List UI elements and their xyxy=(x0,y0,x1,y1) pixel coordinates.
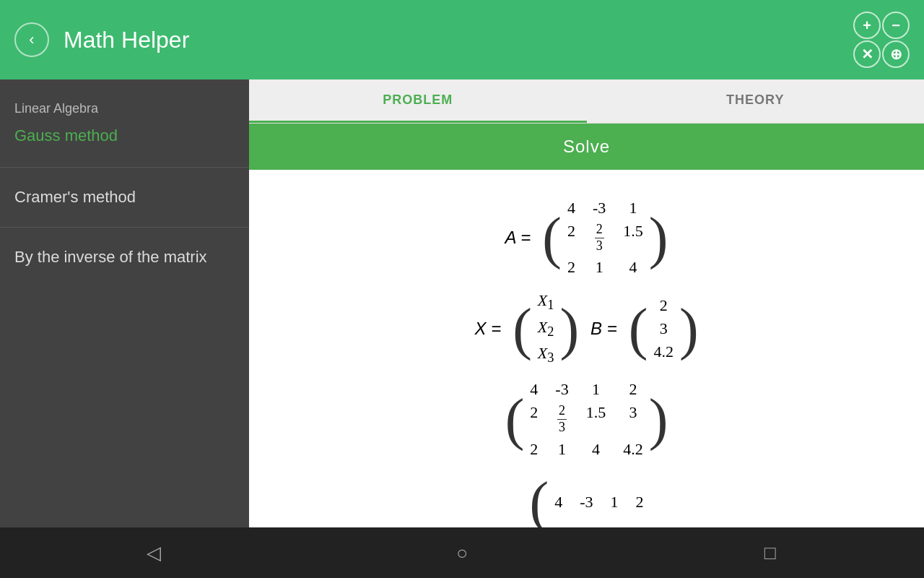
vector-b-bracket-right: ) xyxy=(679,300,699,358)
cell-x1: X1 xyxy=(538,291,554,313)
cell-x3: X3 xyxy=(538,344,554,366)
cell-a33: 4 xyxy=(623,258,643,277)
aug-a21: 2 xyxy=(530,403,538,435)
aug-a24: 3 xyxy=(623,403,643,435)
cell-a32: 1 xyxy=(593,258,606,277)
matrix-a-block: A = ( 4 -3 1 2 23 1.5 2 1 4 ) xyxy=(278,199,895,277)
sidebar-divider-2 xyxy=(0,227,249,228)
next-a12: -3 xyxy=(580,493,593,512)
cell-a13: 1 xyxy=(623,199,643,217)
content-area: PROBLEM THEORY Solve A = ( 4 -3 1 2 23 xyxy=(249,79,924,527)
aug-bracket-right: ) xyxy=(649,390,668,448)
matrix-a-label: A = xyxy=(505,228,531,248)
vector-x-grid: X1 X2 X3 xyxy=(538,291,554,366)
vectors-xb-block: X = ( X1 X2 X3 ) B = ( 2 3 4.2 xyxy=(278,291,895,366)
sidebar: Linear Algebra Gauss method Cramer's met… xyxy=(0,79,249,527)
cell-a11: 4 xyxy=(567,199,575,217)
matrix-a-bracket-left: ( xyxy=(542,209,562,267)
cell-a12: -3 xyxy=(593,199,606,217)
aug-bracket-left: ( xyxy=(505,390,525,448)
aug-a22: 23 xyxy=(555,403,568,435)
vector-x-bracket-right: ) xyxy=(559,300,579,358)
zoom-plus-circle-button[interactable]: ⊕ xyxy=(882,40,910,68)
next-a11: 4 xyxy=(554,493,562,512)
sidebar-item-gauss[interactable]: Gauss method xyxy=(0,119,249,160)
vector-b-wrapper: ( 2 3 4.2 ) xyxy=(629,296,699,361)
augmented-matrix-wrapper: ( 4 -3 1 2 2 23 1.5 3 2 1 4 4.2 xyxy=(505,380,668,458)
next-matrix-wrapper: ( 4 -3 1 2 xyxy=(530,473,644,527)
cell-a21: 2 xyxy=(567,222,575,254)
aug-a14: 2 xyxy=(623,380,643,399)
next-a14: 2 xyxy=(635,493,643,512)
zoom-out-button[interactable]: − xyxy=(882,12,910,39)
tab-theory[interactable]: THEORY xyxy=(587,79,925,123)
cell-b2: 3 xyxy=(653,319,674,338)
cell-x2: X2 xyxy=(538,318,554,340)
aug-a33: 4 xyxy=(586,440,606,459)
tabs-bar: PROBLEM THEORY xyxy=(249,79,924,124)
zoom-controls: + − ✕ ⊕ xyxy=(853,12,910,68)
vector-b-bracket-left: ( xyxy=(629,300,648,358)
bottom-nav: ◁ ○ □ xyxy=(0,527,924,578)
nav-home-button[interactable]: ○ xyxy=(440,531,484,574)
vector-x-bracket-left: ( xyxy=(513,300,532,358)
matrix-a-wrapper: ( 4 -3 1 2 23 1.5 2 1 4 ) xyxy=(542,199,668,277)
aug-a23: 1.5 xyxy=(586,403,606,435)
top-bar: ‹ Math Helper + − ✕ ⊕ xyxy=(0,0,924,79)
tab-problem[interactable]: PROBLEM xyxy=(249,79,587,123)
next-matrix-block: ( 4 -3 1 2 xyxy=(278,473,895,527)
aug-a31: 2 xyxy=(530,440,538,459)
close-button[interactable]: ✕ xyxy=(853,40,881,68)
matrix-a-grid: 4 -3 1 2 23 1.5 2 1 4 xyxy=(567,199,643,277)
cell-b1: 2 xyxy=(653,296,674,315)
vector-x-wrapper: ( X1 X2 X3 ) xyxy=(513,291,579,366)
main-area: Linear Algebra Gauss method Cramer's met… xyxy=(0,79,924,527)
aug-a12: -3 xyxy=(555,380,568,399)
aug-a34: 4.2 xyxy=(623,440,643,459)
cell-b3: 4.2 xyxy=(653,342,674,361)
aug-a32: 1 xyxy=(555,440,568,459)
matrix-a-bracket-right: ) xyxy=(649,209,668,267)
zoom-in-button[interactable]: + xyxy=(853,12,881,39)
nav-recents-button[interactable]: □ xyxy=(749,531,792,574)
cell-a22: 23 xyxy=(593,222,606,254)
cell-a31: 2 xyxy=(567,258,575,277)
sidebar-section-label: Linear Algebra xyxy=(0,94,249,119)
solve-button[interactable]: Solve xyxy=(563,137,610,157)
next-a13: 1 xyxy=(610,493,618,512)
sidebar-item-cramer[interactable]: Cramer's method xyxy=(0,175,249,220)
vector-x-label: X = xyxy=(474,319,501,339)
nav-back-button[interactable]: ◁ xyxy=(132,531,175,574)
cell-a23: 1.5 xyxy=(623,222,643,254)
back-button[interactable]: ‹ xyxy=(14,22,49,57)
next-matrix-grid: 4 -3 1 2 xyxy=(554,493,643,512)
sidebar-divider-1 xyxy=(0,167,249,168)
augmented-matrix-block: ( 4 -3 1 2 2 23 1.5 3 2 1 4 4.2 xyxy=(278,380,895,458)
aug-a13: 1 xyxy=(586,380,606,399)
aug-a11: 4 xyxy=(530,380,538,399)
app-title: Math Helper xyxy=(64,27,853,53)
solve-button-container: Solve xyxy=(249,124,924,170)
math-content: A = ( 4 -3 1 2 23 1.5 2 1 4 ) xyxy=(249,170,924,527)
vector-b-label: B = xyxy=(590,319,617,339)
augmented-grid: 4 -3 1 2 2 23 1.5 3 2 1 4 4.2 xyxy=(530,380,642,458)
vector-b-grid: 2 3 4.2 xyxy=(653,296,674,361)
sidebar-item-inverse[interactable]: By the inverse of the matrix xyxy=(0,235,249,280)
next-bracket-left: ( xyxy=(530,473,549,527)
